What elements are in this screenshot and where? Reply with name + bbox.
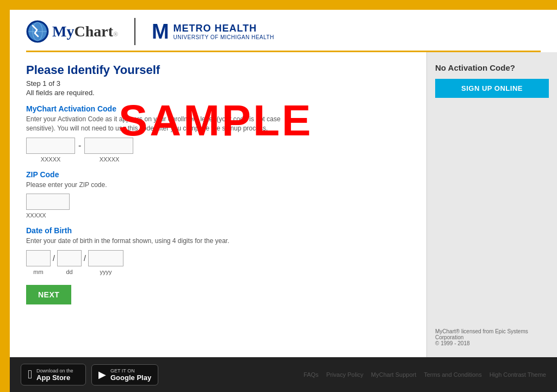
dob-dd-input[interactable] [57, 250, 82, 266]
step-info: Step 1 of 3 [26, 79, 410, 88]
dob-mm-input[interactable] [26, 250, 51, 266]
page-title: Please Identify Yourself [26, 63, 410, 77]
sign-up-online-button[interactable]: SIGN UP ONLINE [435, 79, 549, 98]
zip-code-input[interactable] [26, 194, 70, 210]
zip-code-label: ZIP Code [26, 170, 410, 179]
mychart-brand-text: MyChart® [52, 23, 118, 40]
footer-terms-link[interactable]: Terms and Conditions [424, 371, 481, 378]
form-section: SAMPLE Please Identify Yourself Step 1 o… [10, 52, 426, 357]
right-sidebar: No Activation Code? SIGN UP ONLINE MyCha… [426, 52, 557, 357]
dob-inputs: / / [26, 250, 410, 266]
app-store-text: Download on the App Store [36, 368, 73, 382]
activation-code-section: MyChart Activation Code Enter your Activ… [26, 104, 410, 163]
sidebar-footer-line2: © 1999 - 2018 [435, 340, 549, 346]
dob-label: Date of Birth [26, 226, 410, 235]
next-button[interactable]: NEXT [26, 285, 71, 304]
metro-text: METRO HEALTH UNIVERSITY OF MICHIGAN HEAL… [174, 23, 274, 40]
dob-yyyy-label: yyyy [88, 269, 123, 275]
header: MyChart® M METRO HEALTH UNIVERSITY OF MI… [10, 10, 557, 51]
no-activation-title: No Activation Code? [435, 63, 549, 72]
google-play-small-text: GET IT ON [110, 368, 151, 374]
mychart-globe-icon [26, 20, 49, 43]
activation-code-inputs: - [26, 138, 410, 154]
zip-code-section: ZIP Code Please enter your ZIP code. XXX… [26, 170, 410, 219]
sidebar-footer: MyChart® licensed from Epic Systems Corp… [435, 323, 549, 346]
dob-sublabels: mm dd yyyy [26, 269, 410, 275]
footer-faqs-link[interactable]: FAQs [304, 371, 319, 378]
activation-code-desc: Enter your Activation Code as it appears… [26, 115, 298, 133]
zip-field-label: XXXXX [26, 212, 410, 219]
sidebar-footer-line1: MyChart® licensed from Epic Systems Corp… [435, 328, 549, 340]
google-play-text: GET IT ON Google Play [110, 368, 151, 382]
dob-section: Date of Birth Enter your date of birth i… [26, 226, 410, 275]
activation-code-field2[interactable] [84, 138, 133, 154]
app-store-large-text: App Store [36, 374, 73, 382]
google-play-button[interactable]: ▶ GET IT ON Google Play [91, 364, 158, 385]
activation-code-sublabels: XXXXX XXXXX [26, 156, 410, 163]
footer-contrast-link[interactable]: High Contrast Theme [490, 371, 546, 378]
metro-m-icon: M [152, 21, 169, 42]
dob-mm-label: mm [26, 269, 51, 275]
activation-field2-label: XXXXX [85, 156, 134, 163]
app-store-button[interactable]:  Download on the App Store [21, 364, 86, 385]
activation-dash: - [78, 141, 81, 151]
apple-icon:  [28, 368, 32, 382]
zip-code-desc: Please enter your ZIP code. [26, 181, 298, 190]
activation-code-label: MyChart Activation Code [26, 104, 410, 113]
google-play-icon: ▶ [98, 369, 106, 381]
fields-required: All fields are required. [26, 89, 410, 97]
metro-subtitle: UNIVERSITY OF MICHIGAN HEALTH [174, 34, 274, 40]
activation-code-field1[interactable] [26, 138, 75, 154]
dob-desc: Enter your date of birth in the format s… [26, 237, 298, 246]
dob-yyyy-input[interactable] [88, 250, 123, 266]
footer-privacy-link[interactable]: Privacy Policy [326, 371, 363, 378]
footer-links: FAQs Privacy Policy MyChart Support Term… [304, 371, 546, 378]
app-store-small-text: Download on the [36, 368, 73, 374]
metro-name: METRO HEALTH [174, 23, 274, 34]
dob-dd-label: dd [57, 269, 82, 275]
app-buttons:  Download on the App Store ▶ GET IT ON … [21, 364, 158, 385]
footer:  Download on the App Store ▶ GET IT ON … [10, 357, 557, 392]
activation-field1-label: XXXXX [26, 156, 75, 163]
metro-health-logo: M METRO HEALTH UNIVERSITY OF MICHIGAN HE… [152, 21, 274, 42]
dob-sep2: / [84, 254, 86, 263]
dob-sep1: / [53, 254, 55, 263]
header-divider [134, 18, 135, 45]
footer-support-link[interactable]: MyChart Support [371, 371, 416, 378]
google-play-large-text: Google Play [110, 374, 151, 382]
mychart-logo: MyChart® [26, 20, 118, 43]
